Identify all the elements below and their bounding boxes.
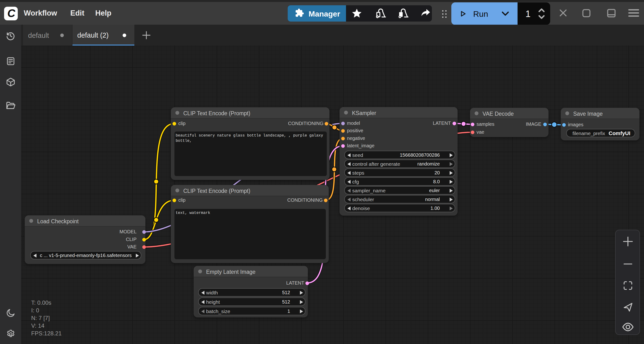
svg-text:C: C <box>7 7 15 19</box>
